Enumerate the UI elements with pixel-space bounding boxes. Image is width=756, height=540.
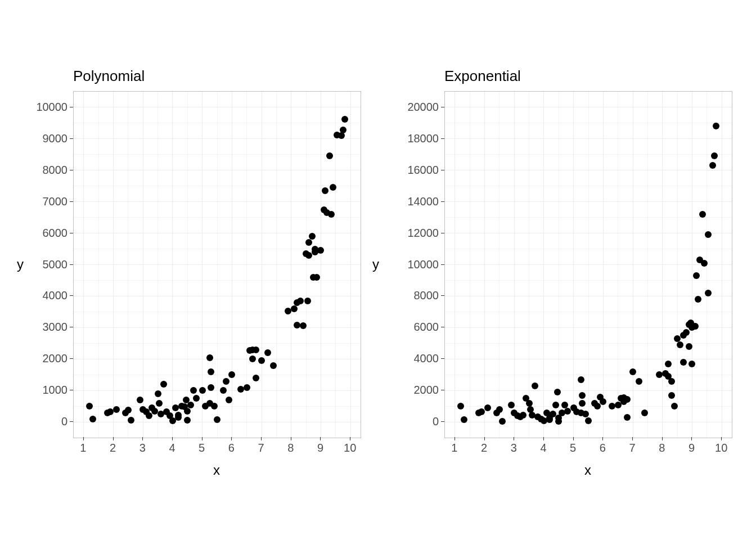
polynomial-title: Polynomial (73, 68, 145, 85)
exponential-panel: Exponential (444, 68, 521, 88)
grid-line-horizontal-minor (74, 312, 361, 312)
y-tick-label: 0 (433, 415, 439, 428)
data-point (692, 323, 699, 330)
data-point (578, 376, 584, 383)
data-point (508, 402, 515, 408)
data-point (484, 404, 491, 411)
x-tick-label: 10 (715, 442, 727, 454)
data-point (156, 400, 163, 407)
data-point (520, 412, 526, 418)
data-point (680, 359, 687, 366)
y-tick-mark (441, 201, 444, 202)
data-point (322, 187, 328, 194)
grid-line-horizontal-minor (74, 186, 361, 186)
data-point (258, 357, 265, 364)
x-tick-label: 4 (169, 442, 175, 454)
data-point (199, 387, 206, 394)
data-point (270, 362, 277, 369)
grid-line-horizontal-minor (445, 249, 732, 249)
data-point (190, 387, 197, 394)
y-tick-label: 0 (61, 415, 68, 428)
data-point (594, 403, 601, 410)
data-point (668, 392, 675, 399)
y-tick-label: 16000 (407, 163, 439, 176)
y-tick-label: 6000 (414, 321, 439, 334)
data-point (683, 329, 690, 336)
y-tick-label: 2000 (43, 352, 68, 365)
data-point (711, 152, 718, 159)
data-point (128, 417, 134, 424)
y-tick-mark (441, 295, 444, 296)
polynomial-y-axis-label: y (17, 256, 24, 272)
y-tick-label: 2000 (414, 384, 439, 397)
data-point (291, 305, 298, 312)
data-point (206, 354, 213, 361)
grid-line-horizontal (445, 233, 732, 233)
y-tick-mark (70, 107, 73, 107)
grid-line-horizontal-minor (445, 123, 732, 123)
grid-line-horizontal (74, 359, 361, 359)
grid-line-horizontal-minor (74, 343, 361, 344)
data-point (249, 356, 256, 362)
y-tick-label: 18000 (407, 132, 439, 145)
x-tick-label: 7 (629, 442, 635, 454)
y-tick-label: 8000 (414, 289, 439, 302)
data-point (184, 408, 191, 415)
grid-line-horizontal-minor (74, 123, 361, 123)
data-point (330, 184, 336, 191)
y-tick-mark (70, 295, 73, 296)
y-tick-label: 10000 (36, 100, 68, 113)
data-point (579, 392, 586, 399)
x-tick-label: 5 (199, 442, 205, 454)
data-point (187, 402, 194, 408)
data-point (326, 152, 333, 159)
grid-line-horizontal-minor (74, 217, 361, 218)
y-tick-label: 6000 (43, 226, 68, 239)
y-tick-label: 20000 (407, 100, 439, 113)
data-point (244, 384, 250, 391)
exponential-plot-area (444, 91, 732, 438)
grid-line-horizontal (74, 390, 361, 391)
data-point (208, 368, 214, 375)
data-point (253, 346, 259, 353)
data-point (695, 296, 701, 303)
y-tick-label: 1000 (43, 384, 68, 397)
data-point (220, 387, 227, 394)
grid-line-horizontal (74, 233, 361, 233)
y-tick-mark (70, 327, 73, 327)
x-tick-mark (113, 437, 114, 440)
data-point (214, 416, 220, 423)
data-point (709, 162, 716, 169)
grid-line-horizontal (74, 170, 361, 170)
grid-line-horizontal (74, 138, 361, 139)
data-point (160, 381, 167, 388)
data-point (705, 290, 712, 296)
grid-line-horizontal (445, 170, 732, 170)
x-tick-mark (721, 437, 722, 440)
y-tick-mark (441, 170, 444, 170)
data-point (554, 389, 561, 395)
data-point (624, 414, 631, 421)
y-tick-label: 12000 (407, 226, 439, 239)
data-point (146, 412, 152, 419)
y-tick-mark (441, 358, 444, 359)
x-tick-mark (350, 437, 350, 440)
grid-line-horizontal (445, 138, 732, 139)
polynomial-plot-area (73, 91, 361, 438)
x-tick-label: 7 (258, 442, 264, 454)
x-tick-mark (573, 437, 574, 440)
data-point (499, 418, 506, 425)
data-point (582, 411, 589, 417)
x-tick-label: 10 (344, 442, 356, 454)
x-tick-label: 8 (659, 442, 665, 454)
data-point (671, 403, 678, 410)
data-point (636, 378, 642, 385)
x-tick-mark (602, 437, 603, 440)
grid-line-horizontal (74, 107, 361, 107)
grid-line-horizontal (74, 264, 361, 265)
data-point (304, 298, 311, 304)
exponential-y-axis-label: y (372, 256, 379, 272)
y-tick-label: 10000 (407, 258, 439, 271)
x-tick-mark (691, 437, 692, 440)
grid-line-horizontal-minor (74, 375, 361, 375)
